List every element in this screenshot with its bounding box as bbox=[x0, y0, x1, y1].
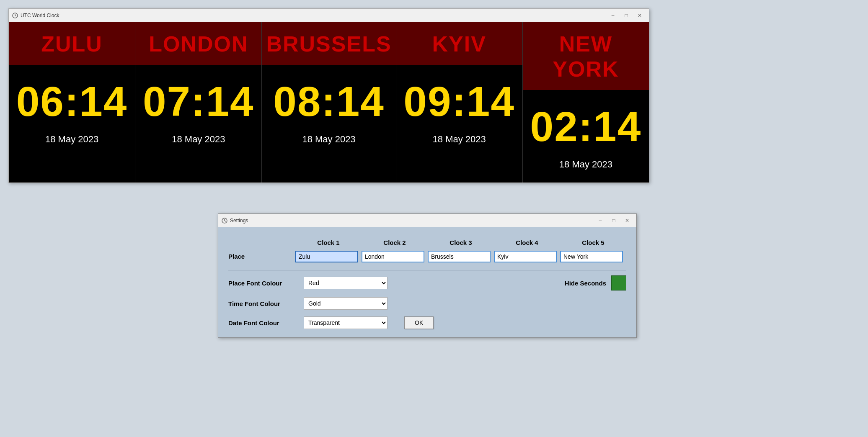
date-font-colour-select[interactable]: Transparent White Red Gold Black Blue Gr… bbox=[304, 316, 388, 329]
clock-date-4: 18 May 2023 bbox=[429, 130, 490, 157]
clock-time-1: 06:14 bbox=[12, 65, 132, 130]
clock-title-group: UTC World Clock bbox=[12, 13, 59, 18]
clock-minimize-button[interactable]: – bbox=[607, 11, 619, 20]
settings-maximize-button[interactable]: □ bbox=[608, 216, 620, 225]
date-font-colour-row: Date Font Colour Transparent White Red G… bbox=[228, 316, 626, 329]
clock-window: UTC World Clock – □ ✕ ZULU 06:14 18 May … bbox=[8, 8, 649, 183]
place-input-3[interactable] bbox=[428, 251, 491, 262]
settings-app-icon bbox=[222, 218, 227, 224]
clock-maximize-button[interactable]: □ bbox=[620, 11, 632, 20]
time-font-colour-select[interactable]: Red Gold White Black Transparent Blue Gr… bbox=[304, 297, 388, 310]
clock-time-4: 09:14 bbox=[399, 65, 519, 130]
place-input-2[interactable] bbox=[362, 251, 424, 262]
clock-date-5: 18 May 2023 bbox=[555, 155, 617, 183]
place-label: Place bbox=[228, 249, 295, 263]
ok-button[interactable]: OK bbox=[404, 316, 434, 329]
clock-city-3: BRUSSELS bbox=[262, 22, 395, 65]
settings-col-header-5: Clock 5 bbox=[560, 236, 626, 249]
settings-close-button[interactable]: ✕ bbox=[621, 216, 633, 225]
clock-titlebar: UTC World Clock – □ ✕ bbox=[9, 9, 649, 22]
clock-titlebar-controls: – □ ✕ bbox=[607, 11, 646, 20]
clock-cell-2: LONDON 07:14 18 May 2023 bbox=[135, 22, 262, 183]
settings-grid: Clock 1 Clock 2 Clock 3 Clock 4 Clock 5 … bbox=[228, 236, 626, 263]
clock-cell-4: KYIV 09:14 18 May 2023 bbox=[396, 22, 523, 183]
settings-minimize-button[interactable]: – bbox=[594, 216, 606, 225]
clock-date-1: 18 May 2023 bbox=[41, 130, 103, 157]
clock-city-4: KYIV bbox=[396, 22, 522, 65]
settings-col-header-3: Clock 3 bbox=[428, 236, 494, 249]
hide-seconds-label: Hide Seconds bbox=[565, 280, 606, 287]
clock-time-5: 02:14 bbox=[526, 90, 646, 155]
place-font-colour-select[interactable]: Red Gold White Black Transparent Blue Gr… bbox=[304, 277, 388, 289]
clock-date-2: 18 May 2023 bbox=[168, 130, 229, 157]
clock-city-5: NEW YORK bbox=[523, 22, 649, 90]
settings-col-header-1: Clock 1 bbox=[295, 236, 362, 249]
time-font-colour-label: Time Font Colour bbox=[228, 300, 304, 307]
clock-cell-3: BRUSSELS 08:14 18 May 2023 bbox=[262, 22, 396, 183]
clock-cell-5: NEW YORK 02:14 18 May 2023 bbox=[523, 22, 649, 183]
clock-close-button[interactable]: ✕ bbox=[634, 11, 646, 20]
settings-titlebar-controls: – □ ✕ bbox=[594, 216, 633, 225]
hide-seconds-toggle[interactable] bbox=[611, 275, 626, 290]
settings-body: Clock 1 Clock 2 Clock 3 Clock 4 Clock 5 … bbox=[218, 227, 636, 337]
ok-area: OK bbox=[404, 316, 434, 329]
settings-window: Settings – □ ✕ Clock 1 Clock 2 Clock 3 C… bbox=[218, 213, 637, 338]
hide-seconds-group: Hide Seconds bbox=[565, 275, 626, 290]
settings-window-title: Settings bbox=[230, 218, 248, 224]
clock-time-2: 07:14 bbox=[139, 65, 258, 130]
clock-window-title: UTC World Clock bbox=[21, 13, 59, 18]
settings-col-header-2: Clock 2 bbox=[362, 236, 428, 249]
clock-city-2: LONDON bbox=[135, 22, 261, 65]
place-font-colour-label: Place Font Colour bbox=[228, 280, 304, 287]
svg-line-5 bbox=[225, 221, 226, 221]
clock-time-3: 08:14 bbox=[269, 65, 389, 130]
place-input-5[interactable] bbox=[560, 251, 623, 262]
settings-titlebar: Settings – □ ✕ bbox=[218, 214, 636, 227]
place-input-1[interactable] bbox=[295, 251, 358, 262]
clock-city-1: ZULU bbox=[9, 22, 135, 65]
place-font-colour-row: Place Font Colour Red Gold White Black T… bbox=[228, 275, 626, 290]
clock-cell-1: ZULU 06:14 18 May 2023 bbox=[9, 22, 135, 183]
clock-date-3: 18 May 2023 bbox=[298, 130, 359, 157]
clock-display: ZULU 06:14 18 May 2023 LONDON 07:14 18 M… bbox=[9, 22, 649, 183]
settings-divider-1 bbox=[228, 270, 626, 270]
svg-line-2 bbox=[15, 15, 16, 16]
time-font-colour-row: Time Font Colour Red Gold White Black Tr… bbox=[228, 297, 626, 310]
clock-app-icon bbox=[12, 13, 18, 18]
date-font-colour-label: Date Font Colour bbox=[228, 319, 304, 326]
place-input-4[interactable] bbox=[494, 251, 557, 262]
settings-col-header-4: Clock 4 bbox=[494, 236, 560, 249]
settings-title-group: Settings bbox=[222, 218, 248, 224]
